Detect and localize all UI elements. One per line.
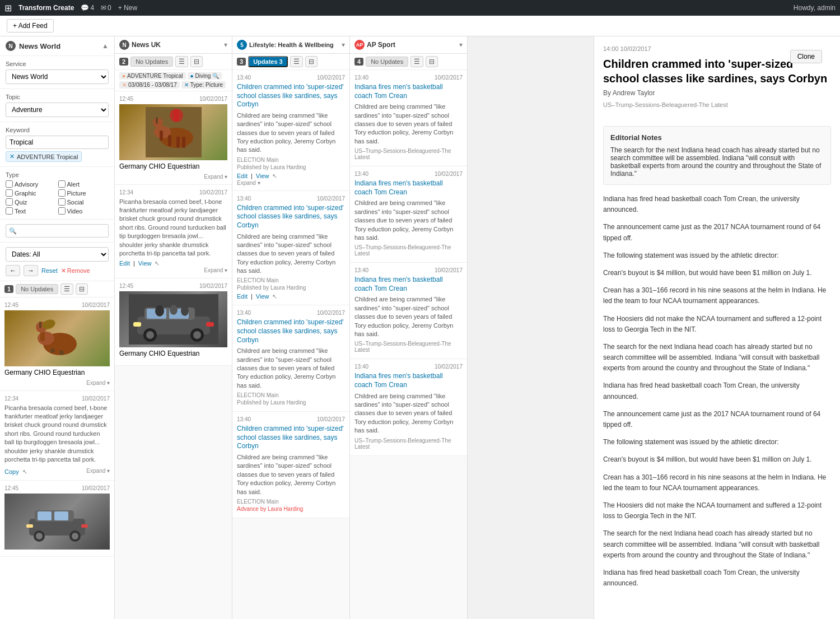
list-item: 13:40 10/02/2017 Indiana fires men's bas… (350, 263, 467, 359)
item-title[interactable]: Indiana fires men's basketball coach Tom… (354, 276, 463, 293)
header-actions: ▾ (224, 41, 227, 49)
message-count[interactable]: ✉ 0 (101, 4, 111, 12)
expand-link[interactable]: Expand ▾ (86, 468, 110, 474)
filter-label: ADVENTURE Tropical (127, 73, 183, 79)
list-item: 13:40 10/02/2017 Children crammed into '… (232, 191, 349, 306)
item-footer: Copy ↖ Expand ▾ (4, 466, 110, 476)
type-checkboxes: Advisory Alert Graphic Picture Quiz Soci… (6, 180, 109, 215)
item-title[interactable]: Children crammed into 'super-sized' scho… (237, 204, 345, 230)
item-tags: US–Trump-Sessions-Beleaguered-The Latest (354, 438, 463, 450)
expand-link[interactable]: Expand ▾ (204, 267, 227, 273)
app-name: Transform Create (18, 4, 74, 12)
item-title[interactable]: Children crammed into 'super-sized' scho… (237, 83, 345, 109)
view-link[interactable]: View (138, 260, 152, 267)
keyword-label: Keyword (6, 127, 109, 133)
item-image (4, 310, 110, 366)
item-label: ELECTION Main (237, 392, 345, 398)
filter-type-x[interactable]: ✕ (184, 82, 189, 88)
edit-link[interactable]: Edit (119, 260, 130, 267)
svg-rect-18 (26, 524, 33, 528)
detail-byline: By Andrew Taylor (603, 89, 831, 97)
minus-icon-btn[interactable]: ⊟ (190, 56, 203, 67)
item-body: Childred are being crammed "like sardine… (354, 392, 463, 435)
remove-tag-icon[interactable]: ✕ (10, 153, 15, 160)
collapse-icon[interactable]: ▾ (224, 41, 227, 49)
prev-button[interactable]: ← (6, 265, 20, 276)
list-item: 12:45 10/02/2017 (0, 297, 114, 391)
search-input[interactable] (6, 224, 109, 238)
view-link[interactable]: View (256, 173, 269, 180)
dates-section: Dates: All ← → Reset ✕ Remove (0, 243, 114, 281)
updates-button[interactable]: Updates 3 (248, 56, 288, 67)
edit-link[interactable]: Edit (237, 293, 248, 300)
ap-sport-icon: AP (354, 40, 365, 50)
cb-text[interactable]: Text (6, 207, 57, 215)
item-title[interactable]: Indiana fires men's basketball coach Tom… (354, 83, 463, 100)
filter-date-label: 03/08/16 - 03/08/17 (128, 82, 177, 88)
minus-icon-btn[interactable]: ⊟ (426, 56, 438, 67)
no-updates-btn[interactable]: No Updates (130, 57, 173, 67)
item-title[interactable]: Indiana fires men's basketball coach Tom… (354, 372, 463, 389)
service-select[interactable]: News World (6, 69, 109, 84)
feeds-area: N News UK ▾ 2 No Updates ☰ ⊟ ● ADVENTURE… (115, 36, 594, 619)
cb-video[interactable]: Video (58, 207, 109, 215)
list-icon-btn[interactable]: ☰ (410, 56, 423, 67)
item-date: 10/02/2017 (199, 189, 227, 196)
cb-picture[interactable]: Picture (58, 189, 109, 197)
cb-quiz[interactable]: Quiz (6, 198, 57, 206)
expand-link[interactable]: Expand ▾ (237, 180, 345, 186)
detail-para: Indiana has fired head basketball coach … (603, 380, 831, 402)
filter-x-icon[interactable]: ✕ (122, 82, 127, 88)
item-title[interactable]: Indiana fires men's basketball coach Tom… (354, 179, 463, 197)
reset-link[interactable]: Reset (41, 267, 58, 274)
topic-select[interactable]: Adventure (6, 103, 109, 117)
svg-rect-19 (81, 524, 88, 528)
edit-link[interactable]: Edit (237, 173, 248, 180)
cb-graphic[interactable]: Graphic (6, 189, 57, 197)
new-post-link[interactable]: + New (118, 4, 137, 12)
list-icon-btn[interactable]: ☰ (175, 56, 188, 67)
list-item: 13:40 10/02/2017 Indiana fires men's bas… (350, 166, 467, 263)
cb-advisory[interactable]: Advisory (6, 180, 57, 188)
collapse-icon[interactable]: ▾ (342, 41, 345, 49)
next-button[interactable]: → (24, 265, 38, 276)
minus-icon-btn[interactable]: ⊟ (305, 56, 318, 67)
item-meta: 13:40 10/02/2017 (354, 267, 463, 273)
list-icon-btn[interactable]: ☰ (290, 56, 303, 67)
view-link[interactable]: View (256, 293, 269, 300)
copy-link[interactable]: Copy (4, 468, 19, 476)
item-time: 13:40 (237, 196, 251, 202)
keyword-input[interactable] (6, 136, 109, 149)
horse-svg (146, 107, 202, 157)
lifestyle-column: 5 Lifestyle: Health & Wellbeing ▾ 3 Upda… (232, 36, 350, 619)
item-time: 13:40 (237, 310, 251, 316)
item-meta: 13:40 10/02/2017 (354, 75, 463, 81)
detail-para: The Hoosiers did not make the NCAA tourn… (603, 500, 831, 522)
item-title[interactable]: Children crammed into 'super-sized' scho… (237, 425, 345, 451)
cb-alert[interactable]: Alert (58, 180, 109, 188)
list-view-button[interactable]: ☰ (60, 283, 73, 295)
clone-button[interactable]: Clone (790, 50, 822, 63)
dates-select[interactable]: Dates: All (6, 247, 109, 262)
ap-sport-items: 13:40 10/02/2017 Indiana fires men's bas… (350, 70, 467, 619)
grid-view-button[interactable]: ⊟ (76, 283, 88, 295)
expand-link[interactable]: Expand ▾ (86, 380, 110, 386)
expand-link[interactable]: Expand ▾ (204, 174, 227, 180)
remove-link[interactable]: ✕ Remove (61, 267, 90, 274)
list-item: 12:45 10/02/2017 (0, 481, 114, 557)
lifestyle-icon: 5 (237, 40, 247, 50)
sidebar-collapse-icon[interactable]: ▲ (102, 42, 109, 50)
comment-count[interactable]: 💬 4 (81, 4, 94, 12)
item-title[interactable]: Children crammed into 'super-sized' scho… (237, 318, 345, 345)
list-item: 13:40 10/02/2017 Children crammed into '… (232, 412, 349, 518)
add-feed-button[interactable]: + Add Feed (7, 19, 54, 32)
item-body: Childred are being crammed "like sardine… (354, 199, 463, 242)
no-updates-btn[interactable]: No Updates (366, 57, 408, 67)
no-updates-button[interactable]: No Updates (16, 284, 58, 294)
filter-remove-icon[interactable]: 🔍 (212, 73, 219, 79)
search-icon: 🔍 (9, 227, 17, 235)
detail-para: Crean has a 301–166 record in his nine s… (603, 285, 831, 306)
cb-social[interactable]: Social (58, 198, 109, 206)
item-meta: 12:45 10/02/2017 (119, 96, 227, 102)
collapse-icon[interactable]: ▾ (459, 41, 463, 49)
